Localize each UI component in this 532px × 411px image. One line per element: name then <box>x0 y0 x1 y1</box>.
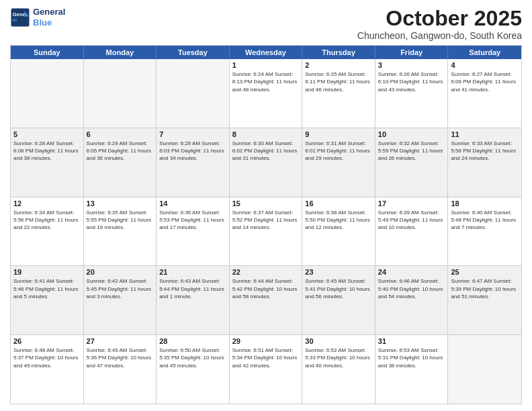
cal-cell: 12Sunrise: 6:34 AM Sunset: 5:56 PM Dayli… <box>11 197 84 266</box>
cal-cell: 26Sunrise: 6:48 AM Sunset: 5:37 PM Dayli… <box>11 335 84 404</box>
cal-cell: 13Sunrise: 6:35 AM Sunset: 5:55 PM Dayli… <box>84 197 157 266</box>
logo: Gener al General Blue <box>10 7 65 28</box>
cal-cell: 30Sunrise: 6:52 AM Sunset: 5:33 PM Dayli… <box>302 335 375 404</box>
day-number: 17 <box>378 199 445 208</box>
month-title: October 2025 <box>357 7 522 30</box>
header-day-monday: Monday <box>84 46 157 59</box>
header-day-thursday: Thursday <box>302 46 375 59</box>
header-day-wednesday: Wednesday <box>230 46 303 59</box>
cal-cell: 14Sunrise: 6:36 AM Sunset: 5:53 PM Dayli… <box>157 197 230 266</box>
calendar-header: SundayMondayTuesdayWednesdayThursdayFrid… <box>11 46 521 59</box>
day-number: 21 <box>159 268 226 276</box>
cal-cell: 9Sunrise: 6:31 AM Sunset: 6:01 PM Daylig… <box>302 128 375 197</box>
title-block: October 2025 Chuncheon, Gangwon-do, Sout… <box>357 7 522 41</box>
day-number: 13 <box>87 199 154 208</box>
cal-cell: 31Sunrise: 6:53 AM Sunset: 5:31 PM Dayli… <box>375 335 449 404</box>
day-info: Sunrise: 6:31 AM Sunset: 6:01 PM Dayligh… <box>305 140 372 163</box>
day-info: Sunrise: 6:27 AM Sunset: 6:08 PM Dayligh… <box>451 71 519 93</box>
day-number: 7 <box>159 130 226 138</box>
day-number: 18 <box>451 199 519 208</box>
day-info: Sunrise: 6:29 AM Sunset: 6:03 PM Dayligh… <box>159 140 226 163</box>
day-info: Sunrise: 6:37 AM Sunset: 5:52 PM Dayligh… <box>232 209 300 232</box>
logo-icon: Gener al <box>10 7 30 28</box>
cal-cell <box>448 335 521 404</box>
day-info: Sunrise: 6:49 AM Sunset: 5:36 PM Dayligh… <box>87 347 154 369</box>
day-info: Sunrise: 6:52 AM Sunset: 5:33 PM Dayligh… <box>305 347 372 369</box>
location-title: Chuncheon, Gangwon-do, South Korea <box>357 30 522 41</box>
cal-cell: 3Sunrise: 6:26 AM Sunset: 6:10 PM Daylig… <box>375 59 449 128</box>
calendar-row-4: 26Sunrise: 6:48 AM Sunset: 5:37 PM Dayli… <box>11 334 521 404</box>
day-info: Sunrise: 6:51 AM Sunset: 5:34 PM Dayligh… <box>232 347 300 369</box>
day-number: 10 <box>378 130 445 138</box>
cal-cell: 29Sunrise: 6:51 AM Sunset: 5:34 PM Dayli… <box>230 335 303 404</box>
cal-cell: 27Sunrise: 6:49 AM Sunset: 5:36 PM Dayli… <box>84 335 157 404</box>
cal-cell: 24Sunrise: 6:46 AM Sunset: 5:40 PM Dayli… <box>375 266 449 334</box>
header-day-friday: Friday <box>375 46 449 59</box>
day-info: Sunrise: 6:30 AM Sunset: 6:02 PM Dayligh… <box>232 140 300 163</box>
logo-text: General Blue <box>33 7 65 28</box>
day-info: Sunrise: 6:34 AM Sunset: 5:56 PM Dayligh… <box>13 209 81 232</box>
day-info: Sunrise: 6:32 AM Sunset: 5:59 PM Dayligh… <box>378 140 445 163</box>
header-day-sunday: Sunday <box>11 46 84 59</box>
cal-cell: 23Sunrise: 6:45 AM Sunset: 5:41 PM Dayli… <box>302 266 375 334</box>
cal-cell: 18Sunrise: 6:40 AM Sunset: 5:48 PM Dayli… <box>448 197 521 266</box>
day-info: Sunrise: 6:33 AM Sunset: 5:58 PM Dayligh… <box>451 140 519 163</box>
day-number: 22 <box>232 268 300 276</box>
day-number: 24 <box>378 268 445 276</box>
header-day-saturday: Saturday <box>448 46 521 59</box>
day-number: 16 <box>305 199 372 208</box>
day-info: Sunrise: 6:26 AM Sunset: 6:10 PM Dayligh… <box>378 71 445 93</box>
day-number: 3 <box>378 61 445 69</box>
cal-cell: 1Sunrise: 6:24 AM Sunset: 6:13 PM Daylig… <box>230 59 303 128</box>
day-info: Sunrise: 6:50 AM Sunset: 5:35 PM Dayligh… <box>159 347 226 369</box>
day-info: Sunrise: 6:43 AM Sunset: 5:44 PM Dayligh… <box>159 277 226 300</box>
header: Gener al General Blue October 2025 Chunc… <box>10 7 522 41</box>
day-number: 23 <box>305 268 372 276</box>
day-number: 19 <box>13 268 81 276</box>
day-number: 1 <box>232 61 300 69</box>
cal-cell: 8Sunrise: 6:30 AM Sunset: 6:02 PM Daylig… <box>230 128 303 197</box>
day-info: Sunrise: 6:36 AM Sunset: 5:53 PM Dayligh… <box>159 209 226 232</box>
cal-cell: 28Sunrise: 6:50 AM Sunset: 5:35 PM Dayli… <box>157 335 230 404</box>
day-info: Sunrise: 6:39 AM Sunset: 5:49 PM Dayligh… <box>378 209 445 232</box>
cal-cell: 17Sunrise: 6:39 AM Sunset: 5:49 PM Dayli… <box>375 197 449 266</box>
day-number: 25 <box>451 268 519 276</box>
day-info: Sunrise: 6:47 AM Sunset: 5:39 PM Dayligh… <box>451 277 519 300</box>
logo-line2: Blue <box>33 17 65 28</box>
day-number: 9 <box>305 130 372 138</box>
day-info: Sunrise: 6:25 AM Sunset: 6:11 PM Dayligh… <box>305 71 372 93</box>
day-info: Sunrise: 6:38 AM Sunset: 5:50 PM Dayligh… <box>305 209 372 232</box>
cal-cell: 19Sunrise: 6:41 AM Sunset: 5:46 PM Dayli… <box>11 266 84 334</box>
day-info: Sunrise: 6:53 AM Sunset: 5:31 PM Dayligh… <box>378 347 445 369</box>
day-number: 4 <box>451 61 519 69</box>
cal-cell: 22Sunrise: 6:44 AM Sunset: 5:42 PM Dayli… <box>230 266 303 334</box>
day-number: 20 <box>87 268 154 276</box>
header-day-tuesday: Tuesday <box>157 46 230 59</box>
day-info: Sunrise: 6:24 AM Sunset: 6:13 PM Dayligh… <box>232 71 300 93</box>
day-number: 26 <box>13 337 81 345</box>
cal-cell: 25Sunrise: 6:47 AM Sunset: 5:39 PM Dayli… <box>448 266 521 334</box>
day-info: Sunrise: 6:41 AM Sunset: 5:46 PM Dayligh… <box>13 277 81 300</box>
cal-cell: 15Sunrise: 6:37 AM Sunset: 5:52 PM Dayli… <box>230 197 303 266</box>
day-info: Sunrise: 6:29 AM Sunset: 6:05 PM Dayligh… <box>87 140 154 163</box>
cal-cell: 11Sunrise: 6:33 AM Sunset: 5:58 PM Dayli… <box>448 128 521 197</box>
cal-cell: 21Sunrise: 6:43 AM Sunset: 5:44 PM Dayli… <box>157 266 230 334</box>
day-info: Sunrise: 6:40 AM Sunset: 5:48 PM Dayligh… <box>451 209 519 232</box>
cal-cell: 20Sunrise: 6:42 AM Sunset: 5:45 PM Dayli… <box>84 266 157 334</box>
day-info: Sunrise: 6:35 AM Sunset: 5:55 PM Dayligh… <box>87 209 154 232</box>
day-info: Sunrise: 6:48 AM Sunset: 5:37 PM Dayligh… <box>13 347 81 369</box>
day-number: 30 <box>305 337 372 345</box>
calendar-row-3: 19Sunrise: 6:41 AM Sunset: 5:46 PM Dayli… <box>11 265 521 334</box>
day-number: 31 <box>378 337 445 345</box>
cal-cell <box>157 59 230 128</box>
day-info: Sunrise: 6:46 AM Sunset: 5:40 PM Dayligh… <box>378 277 445 300</box>
day-info: Sunrise: 6:44 AM Sunset: 5:42 PM Dayligh… <box>232 277 300 300</box>
day-number: 28 <box>159 337 226 345</box>
cal-cell: 4Sunrise: 6:27 AM Sunset: 6:08 PM Daylig… <box>448 59 521 128</box>
cal-cell: 5Sunrise: 6:28 AM Sunset: 6:06 PM Daylig… <box>11 128 84 197</box>
day-number: 5 <box>13 130 81 138</box>
svg-text:al: al <box>13 17 17 23</box>
day-info: Sunrise: 6:42 AM Sunset: 5:45 PM Dayligh… <box>87 277 154 300</box>
day-number: 11 <box>451 130 519 138</box>
calendar-body: 1Sunrise: 6:24 AM Sunset: 6:13 PM Daylig… <box>11 59 521 404</box>
